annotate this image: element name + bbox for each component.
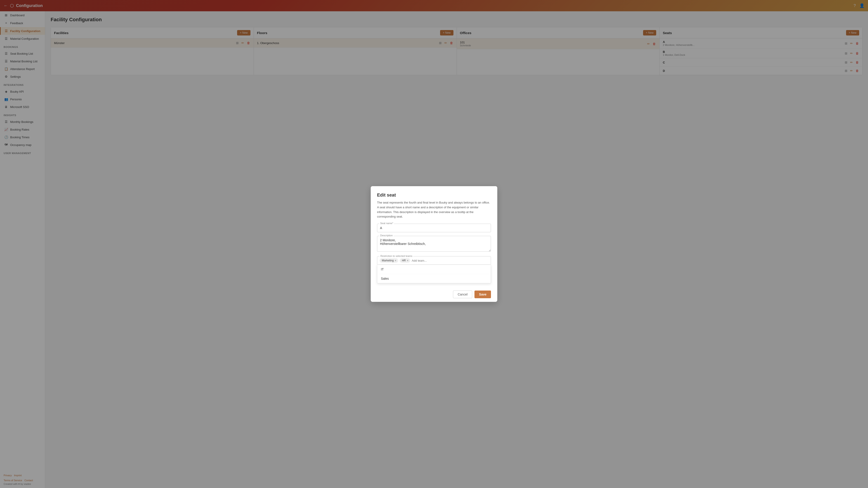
- seat-name-label: Seat name*: [379, 222, 394, 225]
- modal-footer: Cancel Save: [371, 287, 497, 302]
- teams-tags: Marketing × HR ×: [379, 258, 489, 263]
- description-label: Description: [379, 234, 394, 237]
- tag-hr: HR ×: [400, 258, 410, 263]
- tag-marketing-label: Marketing: [382, 259, 394, 262]
- modal-description: The seat represents the fourth and final…: [377, 200, 491, 219]
- seat-name-field: Seat name*: [377, 224, 491, 232]
- restriction-label: Restriction to selected teams: [379, 255, 413, 257]
- tag-marketing-remove[interactable]: ×: [395, 259, 397, 262]
- modal-overlay[interactable]: Edit seat The seat represents the fourth…: [0, 0, 868, 488]
- cancel-button[interactable]: Cancel: [453, 291, 472, 298]
- teams-restriction-field[interactable]: Restriction to selected teams Marketing …: [377, 256, 491, 265]
- description-field: Description 2 Monitore, Höhenverstellbar…: [377, 236, 491, 253]
- tag-marketing: Marketing ×: [379, 258, 398, 263]
- add-team-input[interactable]: [412, 259, 450, 262]
- tag-hr-label: HR: [402, 259, 406, 262]
- dropdown-item-it[interactable]: IT: [377, 265, 491, 274]
- modal-wrapper: Edit seat The seat represents the fourth…: [371, 186, 497, 302]
- edit-seat-modal: Edit seat The seat represents the fourth…: [371, 186, 497, 302]
- modal-title: Edit seat: [377, 193, 491, 198]
- teams-dropdown: IT Sales: [377, 265, 491, 283]
- modal-body: Edit seat The seat represents the fourth…: [371, 186, 497, 265]
- seat-name-input[interactable]: [377, 224, 491, 232]
- save-button[interactable]: Save: [474, 291, 491, 298]
- description-textarea[interactable]: 2 Monitore, Höhenverstellbarer Schreibti…: [377, 236, 491, 252]
- tag-hr-remove[interactable]: ×: [407, 259, 408, 262]
- dropdown-item-sales[interactable]: Sales: [377, 274, 491, 283]
